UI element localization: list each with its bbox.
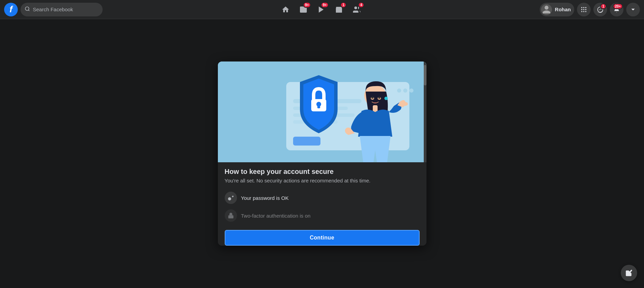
password-text: Your password is OK — [241, 195, 289, 201]
svg-point-35 — [378, 97, 380, 99]
search-icon — [25, 6, 30, 13]
modal-title: How to keep your account secure — [225, 168, 420, 176]
modal-subtitle: You're all set. No security actions are … — [225, 178, 420, 183]
profile-name: Rohan — [555, 6, 571, 12]
marketplace-badge: 1 — [340, 2, 346, 8]
svg-rect-25 — [293, 137, 320, 146]
svg-point-0 — [25, 7, 29, 11]
modal-footer: Continue — [225, 230, 420, 246]
svg-point-7 — [581, 7, 582, 8]
page-content: How to keep your account secure You're a… — [0, 19, 644, 288]
watch-badge: 9+ — [321, 2, 329, 8]
modal-scrollbar[interactable] — [424, 61, 426, 162]
modal-overlay: How to keep your account secure You're a… — [0, 19, 644, 288]
modal-illustration — [218, 61, 426, 162]
nav-home-button[interactable] — [277, 1, 294, 18]
svg-point-19 — [403, 88, 407, 93]
svg-rect-28 — [317, 104, 320, 108]
compose-icon — [625, 269, 633, 277]
svg-point-10 — [581, 9, 582, 10]
account-dropdown-button[interactable] — [626, 3, 640, 16]
svg-point-18 — [397, 88, 401, 93]
search-placeholder: Search Facebook — [33, 6, 73, 12]
messenger-button[interactable]: 1 — [593, 3, 607, 16]
svg-point-20 — [409, 88, 413, 93]
reels-badge: 9+ — [303, 2, 311, 8]
navbar: f Search Facebook 9+ 9+ 1 — [0, 0, 644, 19]
profile-button[interactable]: Rohan — [540, 3, 574, 16]
svg-point-13 — [581, 11, 582, 12]
svg-point-14 — [583, 11, 584, 12]
svg-point-9 — [585, 7, 586, 8]
nav-groups-button[interactable]: 4 — [349, 1, 365, 18]
notifications-badge: 20+ — [613, 3, 623, 9]
nav-reels-button[interactable]: 9+ — [295, 1, 312, 18]
svg-point-30 — [384, 97, 388, 100]
twofa-text: Two-factor authentication is on — [241, 213, 311, 219]
svg-point-34 — [371, 97, 373, 99]
groups-badge: 4 — [358, 2, 364, 8]
twofa-icon — [225, 209, 237, 222]
svg-point-8 — [583, 7, 584, 8]
floating-compose-button[interactable] — [621, 265, 637, 281]
svg-point-12 — [585, 9, 586, 10]
svg-point-11 — [583, 9, 584, 10]
messenger-badge: 1 — [600, 3, 606, 9]
nav-center: 9+ 9+ 1 4 — [103, 1, 540, 18]
nav-watch-button[interactable]: 9+ — [313, 1, 329, 18]
svg-line-1 — [28, 10, 29, 11]
apps-button[interactable] — [577, 3, 591, 16]
nav-right: Rohan 1 20+ — [540, 3, 640, 16]
avatar — [541, 4, 552, 15]
facebook-logo[interactable]: f — [4, 3, 18, 16]
svg-rect-36 — [228, 215, 233, 218]
nav-marketplace-button[interactable]: 1 — [331, 1, 347, 18]
scrollbar-thumb — [424, 65, 426, 85]
continue-button[interactable]: Continue — [225, 230, 420, 246]
twofa-security-item: Two-factor authentication is on — [225, 207, 420, 224]
svg-rect-31 — [373, 105, 378, 112]
svg-point-6 — [354, 6, 357, 9]
svg-point-15 — [585, 11, 586, 12]
password-security-item: Your password is OK — [225, 189, 420, 207]
notifications-button[interactable]: 20+ — [610, 3, 623, 16]
modal-body: How to keep your account secure You're a… — [218, 162, 426, 246]
security-modal: How to keep your account secure You're a… — [218, 61, 426, 246]
password-icon — [225, 192, 237, 204]
search-bar[interactable]: Search Facebook — [21, 3, 103, 16]
